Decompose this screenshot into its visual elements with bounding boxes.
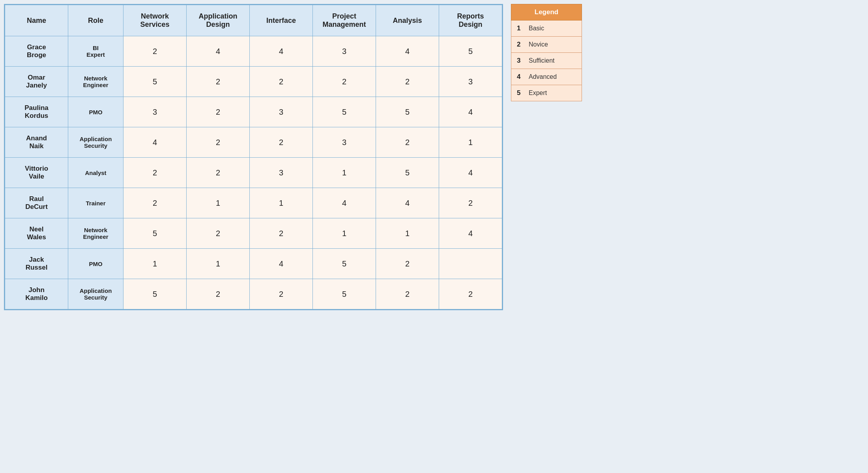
cell-value-6-4: 1 — [376, 218, 439, 249]
page-wrapper: NameRoleNetworkServicesApplicationDesign… — [4, 4, 582, 310]
cell-value-2-0: 3 — [123, 97, 187, 127]
cell-value-3-3: 3 — [313, 127, 376, 158]
table-row: VittorioVaileAnalyst223154 — [5, 158, 502, 188]
legend-label-0: Basic — [529, 25, 544, 32]
cell-name-5: RaulDeCurt — [5, 188, 68, 218]
cell-role-3: ApplicationSecurity — [68, 127, 123, 158]
cell-value-0-3: 3 — [313, 36, 376, 67]
cell-role-2: PMO — [68, 97, 123, 127]
cell-value-1-3: 2 — [313, 67, 376, 97]
skills-table: NameRoleNetworkServicesApplicationDesign… — [5, 5, 502, 309]
cell-value-5-3: 4 — [313, 188, 376, 218]
table-row: RaulDeCurtTrainer211442 — [5, 188, 502, 218]
table-row: NeelWalesNetworkEngineer522114 — [5, 218, 502, 249]
cell-value-0-0: 2 — [123, 36, 187, 67]
legend-title: Legend — [511, 4, 582, 20]
table-row: JackRusselPMO11452 — [5, 249, 502, 279]
cell-value-8-5: 2 — [439, 279, 502, 309]
cell-role-8: ApplicationSecurity — [68, 279, 123, 309]
cell-value-0-5: 5 — [439, 36, 502, 67]
cell-value-8-3: 5 — [313, 279, 376, 309]
cell-value-7-4: 2 — [376, 249, 439, 279]
table-row: GraceBrogeBIExpert244345 — [5, 36, 502, 67]
table-header-7: ReportsDesign — [439, 5, 502, 36]
cell-value-7-5 — [439, 249, 502, 279]
cell-value-6-1: 2 — [187, 218, 250, 249]
cell-value-1-5: 3 — [439, 67, 502, 97]
table-header-4: Interface — [250, 5, 313, 36]
cell-value-8-0: 5 — [123, 279, 187, 309]
cell-value-7-3: 5 — [313, 249, 376, 279]
cell-name-2: PaulinaKordus — [5, 97, 68, 127]
cell-name-0: GraceBroge — [5, 36, 68, 67]
cell-value-5-4: 4 — [376, 188, 439, 218]
cell-name-6: NeelWales — [5, 218, 68, 249]
legend-label-1: Novice — [529, 41, 548, 48]
cell-value-7-2: 4 — [250, 249, 313, 279]
table-header-1: Role — [68, 5, 123, 36]
legend-label-4: Expert — [529, 89, 547, 97]
table-row: OmarJanelyNetworkEngineer522223 — [5, 67, 502, 97]
cell-value-6-3: 1 — [313, 218, 376, 249]
cell-value-3-0: 4 — [123, 127, 187, 158]
cell-value-2-4: 5 — [376, 97, 439, 127]
cell-value-1-2: 2 — [250, 67, 313, 97]
cell-value-1-1: 2 — [187, 67, 250, 97]
cell-name-8: JohnKamilo — [5, 279, 68, 309]
cell-value-4-5: 4 — [439, 158, 502, 188]
table-header-0: Name — [5, 5, 68, 36]
legend-item-2: 3Sufficient — [511, 53, 582, 69]
cell-role-7: PMO — [68, 249, 123, 279]
legend-num-2: 3 — [517, 57, 524, 65]
cell-value-8-2: 2 — [250, 279, 313, 309]
cell-value-3-2: 2 — [250, 127, 313, 158]
cell-value-8-4: 2 — [376, 279, 439, 309]
table-header-row: NameRoleNetworkServicesApplicationDesign… — [5, 5, 502, 36]
table-row: AnandNaikApplicationSecurity422321 — [5, 127, 502, 158]
cell-role-0: BIExpert — [68, 36, 123, 67]
legend-item-4: 5Expert — [511, 85, 582, 101]
cell-value-2-2: 3 — [250, 97, 313, 127]
cell-value-4-0: 2 — [123, 158, 187, 188]
cell-name-7: JackRussel — [5, 249, 68, 279]
cell-value-0-1: 4 — [187, 36, 250, 67]
cell-value-6-5: 4 — [439, 218, 502, 249]
cell-value-2-3: 5 — [313, 97, 376, 127]
legend-items: 1Basic2Novice3Sufficient4Advanced5Expert — [511, 20, 582, 101]
cell-name-1: OmarJanely — [5, 67, 68, 97]
table-row: PaulinaKordusPMO323554 — [5, 97, 502, 127]
legend-num-4: 5 — [517, 89, 524, 97]
cell-value-5-2: 1 — [250, 188, 313, 218]
cell-value-7-0: 1 — [123, 249, 187, 279]
cell-value-7-1: 1 — [187, 249, 250, 279]
cell-value-3-4: 2 — [376, 127, 439, 158]
cell-value-1-4: 2 — [376, 67, 439, 97]
table-header-6: Analysis — [376, 5, 439, 36]
cell-value-0-4: 4 — [376, 36, 439, 67]
cell-name-4: VittorioVaile — [5, 158, 68, 188]
cell-value-6-0: 5 — [123, 218, 187, 249]
table-header-5: ProjectManagement — [313, 5, 376, 36]
legend-item-1: 2Novice — [511, 37, 582, 53]
cell-value-8-1: 2 — [187, 279, 250, 309]
legend-label-3: Advanced — [529, 73, 557, 80]
cell-value-2-1: 2 — [187, 97, 250, 127]
cell-value-0-2: 4 — [250, 36, 313, 67]
legend-item-0: 1Basic — [511, 20, 582, 37]
cell-value-5-0: 2 — [123, 188, 187, 218]
table-header-2: NetworkServices — [123, 5, 187, 36]
legend-num-1: 2 — [517, 41, 524, 48]
cell-value-4-2: 3 — [250, 158, 313, 188]
legend-item-3: 4Advanced — [511, 69, 582, 85]
cell-role-4: Analyst — [68, 158, 123, 188]
cell-value-5-5: 2 — [439, 188, 502, 218]
cell-role-1: NetworkEngineer — [68, 67, 123, 97]
cell-value-3-1: 2 — [187, 127, 250, 158]
legend-num-3: 4 — [517, 73, 524, 81]
cell-value-4-4: 5 — [376, 158, 439, 188]
cell-value-6-2: 2 — [250, 218, 313, 249]
legend-container: Legend 1Basic2Novice3Sufficient4Advanced… — [511, 4, 582, 101]
skills-table-container: NameRoleNetworkServicesApplicationDesign… — [4, 4, 503, 310]
table-body: GraceBrogeBIExpert244345OmarJanelyNetwor… — [5, 36, 502, 309]
table-row: JohnKamiloApplicationSecurity522522 — [5, 279, 502, 309]
